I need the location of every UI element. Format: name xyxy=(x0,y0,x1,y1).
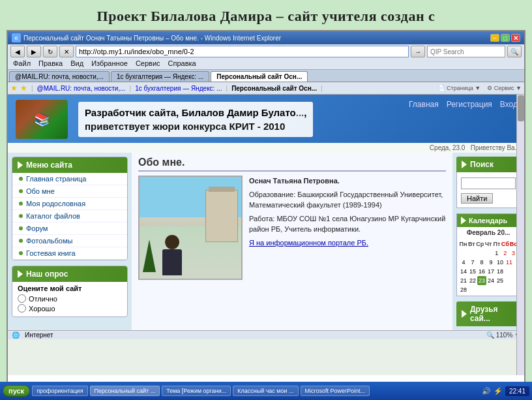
menu-item-photos[interactable]: Фотоальбомы xyxy=(12,235,127,247)
nav-home[interactable]: Главная xyxy=(409,100,439,109)
taskbar-item-1[interactable]: профориентация xyxy=(32,386,87,396)
cal-d4[interactable] xyxy=(484,249,493,258)
calendar-header: Календарь xyxy=(457,214,520,227)
cal-d8[interactable]: 4 xyxy=(459,258,468,267)
main-container: Проект Билалова Дамира – сайт учителя со… xyxy=(0,0,532,400)
close-button[interactable]: ✕ xyxy=(511,34,520,42)
cal-d23[interactable]: 23 xyxy=(477,276,486,285)
menu-item-guestbook[interactable]: Гостевая книга xyxy=(12,247,127,260)
refresh-button[interactable]: ↻ xyxy=(43,46,57,57)
search-btn[interactable]: Найти xyxy=(461,193,493,204)
star-icon2: ★ xyxy=(20,84,27,93)
cal-d17[interactable]: 17 xyxy=(486,267,495,276)
status-icon: 🌐 xyxy=(12,331,20,339)
cal-d11[interactable]: 9 xyxy=(486,258,495,267)
menu-view[interactable]: Вид xyxy=(70,59,83,67)
nav-register[interactable]: Регистрация xyxy=(447,100,492,109)
cal-d28[interactable]: 28 xyxy=(459,285,468,294)
profile-portal-link[interactable]: Я на информационном портале РБ. xyxy=(249,239,368,247)
site-header: 📚 Разработчик сайта, Билалов Дамир Булат… xyxy=(8,95,524,143)
cal-d1[interactable] xyxy=(459,249,467,258)
maximize-button[interactable]: □ xyxy=(501,34,510,42)
scrollbar-thumb[interactable] xyxy=(518,95,524,121)
taskbar-item-5[interactable]: Microsoft PowerPoint... xyxy=(301,386,370,396)
stop-button[interactable]: ✕ xyxy=(59,46,74,57)
browser-title: Персональный сайт Оснач Татьяны Петровны… xyxy=(23,35,281,42)
cal-d18[interactable]: 18 xyxy=(495,267,505,276)
site-nav: Главная Регистрация Вход xyxy=(409,100,518,109)
cal-d15[interactable]: 15 xyxy=(468,267,477,276)
bookmark-sep: | xyxy=(31,85,33,92)
intro-banner: Разработчик сайта, Билалов Дамир Булато.… xyxy=(78,102,313,137)
main-title: Проект Билалова Дамира – сайт учителя со… xyxy=(0,0,532,30)
survey-header: Наш опрос xyxy=(12,266,127,282)
tab-site[interactable]: Персональный сайт Осн... xyxy=(211,71,308,82)
browser-toolbar: ◀ ▶ ↻ ✕ → 🔍 Файл Правка Вид Избранное Се… xyxy=(8,44,524,70)
menu-file[interactable]: Файл xyxy=(13,59,31,67)
taskbar-item-3[interactable]: Тема [Режим органи... xyxy=(162,386,231,396)
start-button[interactable]: пуск xyxy=(3,385,30,397)
calendar-month: Февраль 20... xyxy=(457,227,520,238)
zoom-info: 🔍 110% xyxy=(486,331,514,339)
cal-d21[interactable]: 21 xyxy=(459,276,468,285)
cal-d5[interactable]: 1 xyxy=(492,249,501,258)
menu-item-genealogy[interactable]: Моя родословная xyxy=(12,198,127,210)
menu-item-about[interactable]: Обо мне xyxy=(12,185,127,198)
friends-header: Друзья сай... xyxy=(456,301,520,326)
search-button[interactable]: 🔍 xyxy=(507,46,522,57)
cal-d2[interactable] xyxy=(467,249,476,258)
menu-item-files[interactable]: Каталог файлов xyxy=(12,210,127,223)
star-icon: ★ xyxy=(10,84,18,93)
menu-item-home[interactable]: Главная страница xyxy=(12,173,127,185)
cal-hdr-mon: Пн xyxy=(459,239,467,249)
bookmark-sep3: | xyxy=(226,85,228,92)
taskbar-item-2[interactable]: Персональный сайт ... xyxy=(90,386,160,396)
cal-d14[interactable]: 14 xyxy=(459,267,468,276)
survey-option-2[interactable]: Хорошо xyxy=(18,304,122,313)
cal-d24[interactable]: 24 xyxy=(486,276,495,285)
cal-d12[interactable]: 10 xyxy=(495,258,505,267)
scrollbar-v[interactable] xyxy=(516,95,524,375)
site-search-input[interactable] xyxy=(461,177,516,189)
calendar-block: Календарь Февраль 20... Пн Вт Ср Чт Пт С… xyxy=(456,213,520,296)
taskbar-item-4[interactable]: Классный час мои ... xyxy=(233,386,298,396)
search-header: Поиск xyxy=(456,157,520,172)
cal-d16[interactable]: 16 xyxy=(477,267,486,276)
address-input[interactable] xyxy=(76,46,409,57)
minimize-button[interactable]: − xyxy=(490,34,499,42)
right-sidebar: Поиск Найти Календарь Февраль 2 xyxy=(452,153,524,330)
cal-hdr-tue: Вт xyxy=(467,239,476,249)
cal-d6[interactable]: 2 xyxy=(501,249,509,258)
tab-mail[interactable]: @MAIL.RU: почта, новости,... xyxy=(9,71,110,82)
menu-edit[interactable]: Правка xyxy=(38,59,63,67)
cal-d10[interactable]: 8 xyxy=(477,258,486,267)
cal-d3[interactable] xyxy=(476,249,484,258)
menu-tools[interactable]: Сервис xyxy=(136,59,160,67)
go-button[interactable]: → xyxy=(411,46,425,57)
tab-1c[interactable]: 1c бухгалтерия — Яндекс: ... xyxy=(111,71,209,82)
cal-hdr-wed: Ср xyxy=(476,239,484,249)
cal-d22[interactable]: 22 xyxy=(468,276,477,285)
search-input[interactable] xyxy=(427,46,505,57)
cal-d9[interactable]: 7 xyxy=(468,258,477,267)
website-content: 📚 Разработчик сайта, Билалов Дамир Булат… xyxy=(8,95,524,375)
nav-login[interactable]: Вход xyxy=(500,100,518,109)
browser-window: e Персональный сайт Оснач Татьяны Петров… xyxy=(7,30,525,392)
bookmark-link-1c[interactable]: 1c бухгалтерия — Яндекс: ... xyxy=(135,85,222,92)
intro-line1: Разработчик сайта, Билалов Дамир Булато.… xyxy=(85,106,306,119)
cal-d13[interactable]: 11 xyxy=(505,258,514,267)
menu-help[interactable]: Справка xyxy=(168,59,196,67)
menu-favorites[interactable]: Избранное xyxy=(91,59,128,67)
taskbar-clock: 22:41 xyxy=(505,386,529,396)
forward-button[interactable]: ▶ xyxy=(27,46,41,57)
welcome-text: Приветству Ва... xyxy=(471,144,520,151)
menu-item-forum[interactable]: Форум xyxy=(12,223,127,235)
bookmark-link-site[interactable]: Персональный сайт Осн... xyxy=(231,85,317,92)
page-title: Обо мне. xyxy=(138,157,446,172)
browser-titlebar: e Персональный сайт Оснач Татьяны Петров… xyxy=(8,31,524,44)
cal-d25[interactable]: 25 xyxy=(495,276,505,285)
back-button[interactable]: ◀ xyxy=(10,46,25,57)
friends-block: Друзья сай... xyxy=(456,301,520,326)
bookmark-link-mail[interactable]: @MAIL.RU: почта, новости,... xyxy=(37,85,126,92)
survey-option-1[interactable]: Отлично xyxy=(18,294,122,303)
